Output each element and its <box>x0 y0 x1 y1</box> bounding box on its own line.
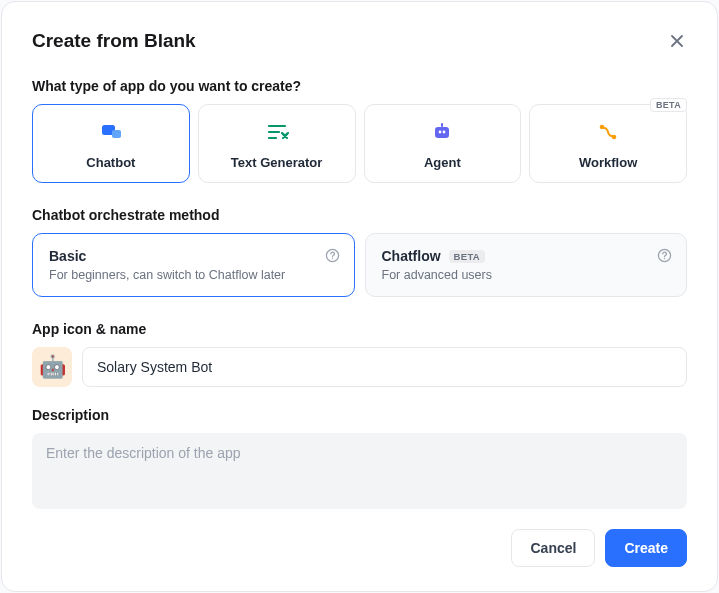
create-button[interactable]: Create <box>605 529 687 567</box>
app-icon-emoji: 🤖 <box>39 354 66 380</box>
close-button[interactable] <box>667 31 687 51</box>
icon-name-row: 🤖 <box>32 347 687 387</box>
modal-header: Create from Blank <box>32 30 687 52</box>
modal-footer: Cancel Create <box>32 529 687 567</box>
app-name-input[interactable] <box>82 347 687 387</box>
cancel-button[interactable]: Cancel <box>511 529 595 567</box>
svg-rect-6 <box>441 123 443 127</box>
app-type-label-text: Agent <box>424 155 461 170</box>
workflow-icon <box>596 119 620 145</box>
svg-point-5 <box>443 131 446 134</box>
method-basic[interactable]: Basic For beginners, can switch to Chatf… <box>32 233 355 297</box>
workflow-beta-badge: BETA <box>650 98 687 112</box>
modal-title: Create from Blank <box>32 30 196 52</box>
method-desc: For beginners, can switch to Chatflow la… <box>49 268 338 282</box>
agent-icon <box>430 119 454 145</box>
svg-point-10 <box>331 258 332 259</box>
method-title: Basic <box>49 248 86 264</box>
description-label: Description <box>32 407 687 423</box>
app-type-agent[interactable]: Agent <box>364 104 522 183</box>
method-options: Basic For beginners, can switch to Chatf… <box>32 233 687 297</box>
chatflow-beta-badge: BETA <box>449 250 485 263</box>
description-textarea[interactable] <box>32 433 687 509</box>
method-chatflow[interactable]: Chatflow BETA For advanced users <box>365 233 688 297</box>
help-icon[interactable] <box>325 248 340 263</box>
svg-point-12 <box>664 258 665 259</box>
method-title: Chatflow <box>382 248 441 264</box>
app-type-label-text: Text Generator <box>231 155 323 170</box>
create-button-label: Create <box>624 540 668 556</box>
app-type-label-text: Workflow <box>579 155 637 170</box>
svg-rect-1 <box>112 130 121 138</box>
svg-point-4 <box>439 131 442 134</box>
app-type-chatbot[interactable]: Chatbot <box>32 104 190 183</box>
app-type-label: What type of app do you want to create? <box>32 78 687 94</box>
app-icon-picker[interactable]: 🤖 <box>32 347 72 387</box>
app-type-text-generator[interactable]: Text Generator <box>198 104 356 183</box>
create-app-modal: Create from Blank What type of app do yo… <box>1 1 718 592</box>
chatbot-icon <box>99 119 123 145</box>
text-generator-icon <box>265 119 289 145</box>
method-label: Chatbot orchestrate method <box>32 207 687 223</box>
icon-name-label: App icon & name <box>32 321 687 337</box>
help-icon[interactable] <box>657 248 672 263</box>
cancel-button-label: Cancel <box>530 540 576 556</box>
app-type-workflow[interactable]: BETA Workflow <box>529 104 687 183</box>
app-type-label-text: Chatbot <box>86 155 135 170</box>
app-type-options: Chatbot Text Generator Agent BETA Workfl… <box>32 104 687 183</box>
close-icon <box>670 34 684 48</box>
svg-rect-3 <box>435 127 449 138</box>
method-desc: For advanced users <box>382 268 671 282</box>
